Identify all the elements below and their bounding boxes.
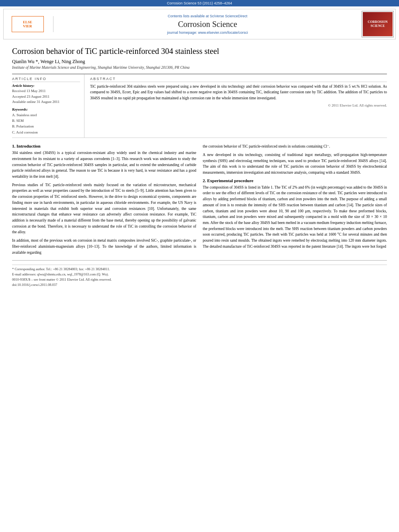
abstract-text: TiC particle-reinforced 304 stainless st… — [90, 84, 387, 101]
doi-line: doi:10.1016/j.corsci.2011.08.037 — [12, 282, 387, 288]
journal-title: Corrosion Science — [60, 20, 355, 29]
journal-citation-bar: Corrosion Science 53 (2011) 4258–4264 — [0, 0, 399, 6]
article-content: Corrosion behavior of TiC particle-reinf… — [0, 42, 399, 291]
body-column-left: 1. Introduction 304 stainless steel (304… — [12, 144, 196, 258]
section2-heading: 2. Experimental procedure — [203, 178, 387, 183]
journal-title-section: Contents lists available at SciVerse Sci… — [53, 12, 362, 36]
authors-text: Qianlin Wu *, Wenge Li, Ning Zhong — [12, 59, 85, 64]
journal-homepage: journal homepage: www.elsevier.com/locat… — [60, 31, 355, 35]
cover-thumbnail: CORROSION SCIENCE — [363, 12, 393, 36]
available-date: Available online 31 August 2011 — [12, 99, 80, 105]
article-authors: Qianlin Wu *, Wenge Li, Ning Zhong — [12, 59, 387, 65]
section1-para2: Previous studies of TiC particle-reinfor… — [12, 182, 196, 235]
sciverse-prefix: Contents lists available at — [168, 14, 209, 18]
publisher-logo-section: ELSEVIER — [5, 16, 53, 32]
keyword-3: B. Polarization — [12, 123, 80, 129]
footnote-divider — [12, 260, 387, 261]
section1-heading: 1. Introduction — [12, 144, 196, 148]
keyword-1: A. Stainless steel — [12, 112, 80, 118]
elsevier-logo: ELSEVIER — [12, 16, 44, 32]
history-label: Article history: — [12, 84, 80, 88]
issn-line: 0010-938X/$ – see front matter © 2011 El… — [12, 277, 387, 282]
article-affiliation: Institute of Marine Materials Science an… — [12, 66, 387, 70]
section1-right-para1: the corrosion behavior of TiC particle-r… — [203, 144, 387, 150]
keywords-label: Keywords: — [12, 107, 80, 111]
copyright-line: © 2011 Elsevier Ltd. All rights reserved… — [90, 103, 387, 107]
article-info-label: ARTICLE INFO — [12, 77, 80, 82]
accepted-date: Accepted 23 August 2011 — [12, 94, 80, 100]
sciverse-link[interactable]: Contents lists available at SciVerse Sci… — [60, 14, 355, 18]
keyword-4: C. Acid corrosion — [12, 129, 80, 135]
email-addresses: E-mail addresses: qlwu@shmtu.edu.cn, wql… — [12, 272, 387, 277]
keyword-2: B. SEM — [12, 118, 80, 123]
section1-para3: In addition, most of the previous work o… — [12, 238, 196, 255]
article-info-abstract-section: ARTICLE INFO Article history: Received 1… — [12, 74, 387, 138]
sciverse-link-text[interactable]: SciVerse ScienceDirect — [210, 14, 248, 18]
abstract-label: ABSTRACT — [90, 77, 387, 82]
corresponding-author: * Corresponding author. Tel.: +86 21 382… — [12, 267, 387, 272]
section1-right-para2: A new developed in situ technology, cons… — [203, 152, 387, 176]
article-title: Corrosion behavior of TiC particle-reinf… — [12, 46, 387, 56]
received-date: Received 13 May 2011 — [12, 88, 80, 94]
abstract-panel: ABSTRACT TiC particle-reinforced 304 sta… — [84, 74, 387, 138]
homepage-url[interactable]: www.elsevier.com/locate/corsci — [198, 31, 248, 35]
journal-cover-image: CORROSION SCIENCE — [362, 11, 394, 37]
journal-header: ELSEVIER Contents lists available at Sci… — [3, 9, 396, 39]
abstract-paragraph: TiC particle-reinforced 304 stainless st… — [90, 84, 387, 101]
homepage-label: journal homepage: — [167, 31, 198, 35]
article-body: 1. Introduction 304 stainless steel (304… — [12, 144, 387, 258]
body-column-right: the corrosion behavior of TiC particle-r… — [203, 144, 387, 258]
footnote-section: * Corresponding author. Tel.: +86 21 382… — [12, 265, 387, 287]
article-info-panel: ARTICLE INFO Article history: Received 1… — [12, 74, 84, 138]
section1-para1: 304 stainless steel (304SS) is a typical… — [12, 150, 196, 180]
section2-para1: The composition of 304SS is listed in Ta… — [203, 185, 387, 250]
citation-text: Corrosion Science 53 (2011) 4258–4264 — [167, 1, 232, 5]
